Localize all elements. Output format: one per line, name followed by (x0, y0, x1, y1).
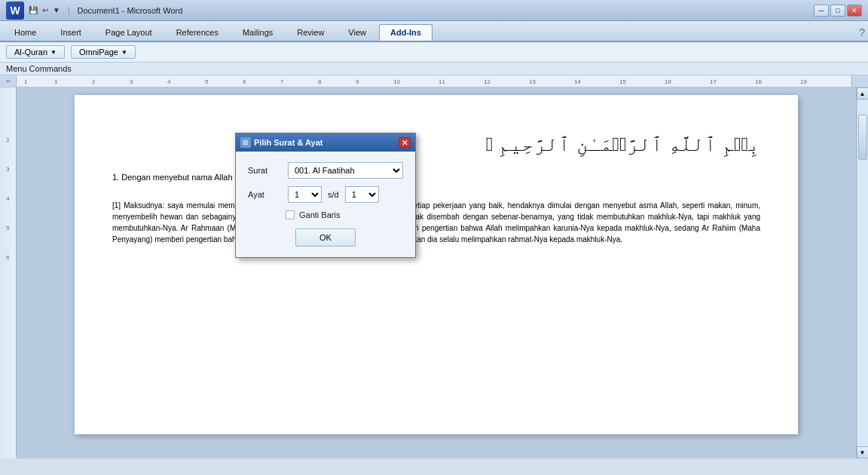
dialog-body: Surat 001. Al Faatihah Ayat 1 s/d 1 (236, 152, 415, 257)
quick-save-icon[interactable]: 💾 (29, 6, 38, 14)
title-bar-controls: ─ □ ✕ (814, 5, 862, 17)
tab-page-layout[interactable]: Page Layout (94, 24, 164, 41)
surat-select[interactable]: 001. Al Faatihah (288, 162, 403, 179)
ruler-marks: 1 1 2 3 4 5 6 7 8 9 10 11 12 13 14 15 16… (17, 75, 851, 87)
menu-commands-label: Menu Commands (6, 64, 72, 73)
ruler-right-btn (851, 75, 868, 87)
ok-row: OK (248, 228, 403, 247)
title-separator: | (68, 6, 70, 14)
ganti-baris-row: Ganti Baris (248, 210, 403, 219)
dialog-titlebar: ⊞ Pilih Surat & Ayat ✕ (236, 133, 415, 152)
content-area: بِسۡمِ ٱللَّهِ ٱلرَّحۡمَـٰنِ ٱلرَّحِيمِ … (17, 87, 856, 458)
tab-review[interactable]: Review (286, 24, 335, 41)
tab-add-ins[interactable]: Add-Ins (379, 24, 432, 41)
scroll-track[interactable] (857, 100, 868, 446)
al-quran-button[interactable]: Al-Quran ▼ (6, 45, 65, 59)
omnipage-dropdown-icon: ▼ (121, 49, 127, 56)
title-bar-left: W 💾 ↩ ▼ | Document1 - Microsoft Word (6, 2, 182, 20)
add-ins-toolbar: Al-Quran ▼ OmniPage ▼ (0, 42, 868, 63)
menu-commands-bar[interactable]: Menu Commands (0, 63, 868, 75)
ribbon: Home Insert Page Layout References Maili… (0, 21, 868, 42)
ribbon-tab-list: Home Insert Page Layout References Maili… (0, 21, 868, 41)
ayat-from-select[interactable]: 1 (288, 186, 322, 203)
al-quran-label: Al-Quran (14, 48, 47, 57)
main-area: 2 3 4 5 6 بِسۡمِ ٱللَّهِ ٱلرَّحۡمَـٰنِ ٱ… (0, 87, 868, 458)
logo-letter: W (10, 5, 20, 17)
al-quran-dropdown-icon: ▼ (50, 49, 57, 56)
vertical-scrollbar: ▲ ▼ (856, 87, 868, 458)
ganti-baris-checkbox[interactable] (286, 210, 295, 219)
ayat-to-select[interactable]: 1 (345, 186, 379, 203)
ayat-separator: s/d (328, 190, 339, 199)
title-text: Document1 - Microsoft Word (78, 6, 183, 15)
surat-row: Surat 001. Al Faatihah (248, 162, 403, 179)
tab-mailings[interactable]: Mailings (231, 24, 284, 41)
omnipage-label: OmniPage (79, 48, 118, 57)
maximize-button[interactable]: □ (830, 5, 845, 17)
quick-menu-icon[interactable]: ▼ (53, 6, 60, 14)
title-bar: W 💾 ↩ ▼ | Document1 - Microsoft Word ─ □… (0, 0, 868, 21)
scroll-up-button[interactable]: ▲ (857, 87, 869, 100)
surat-label: Surat (248, 166, 282, 175)
dialog-icon: ⊞ (240, 137, 251, 148)
tab-view[interactable]: View (337, 24, 377, 41)
pilih-surat-dialog: ⊞ Pilih Surat & Ayat ✕ Surat 001. Al Faa… (235, 133, 416, 258)
tab-insert[interactable]: Insert (49, 24, 93, 41)
dialog-title-text: Pilih Surat & Ayat (254, 138, 396, 147)
tab-home[interactable]: Home (3, 24, 47, 41)
close-button[interactable]: ✕ (847, 5, 862, 17)
tab-references[interactable]: References (165, 24, 230, 41)
ganti-baris-label: Ganti Baris (299, 210, 340, 219)
dialog-close-button[interactable]: ✕ (399, 137, 411, 148)
ruler-corner-icon: ↔ (5, 78, 11, 84)
ruler-corner-btn[interactable]: ↔ (0, 75, 17, 87)
horizontal-ruler: ↔ 1 1 2 3 4 5 6 7 8 9 10 11 12 13 14 15 … (0, 75, 868, 87)
minimize-button[interactable]: ─ (814, 5, 829, 17)
vertical-ruler: 2 3 4 5 6 (0, 87, 17, 458)
ok-button[interactable]: OK (295, 228, 356, 247)
word-logo-icon: W (6, 2, 24, 20)
scroll-down-button[interactable]: ▼ (857, 446, 869, 458)
omnipage-button[interactable]: OmniPage ▼ (71, 45, 136, 59)
ayat-row: Ayat 1 s/d 1 (248, 186, 403, 203)
scroll-thumb[interactable] (858, 115, 867, 160)
ruler-track: 1 1 2 3 4 5 6 7 8 9 10 11 12 13 14 15 16… (17, 75, 851, 87)
dialog-overlay: ⊞ Pilih Surat & Ayat ✕ Surat 001. Al Faa… (17, 87, 856, 458)
ayat-label: Ayat (248, 190, 282, 199)
help-icon[interactable]: ? (859, 26, 865, 38)
quick-undo-icon[interactable]: ↩ (42, 6, 48, 14)
